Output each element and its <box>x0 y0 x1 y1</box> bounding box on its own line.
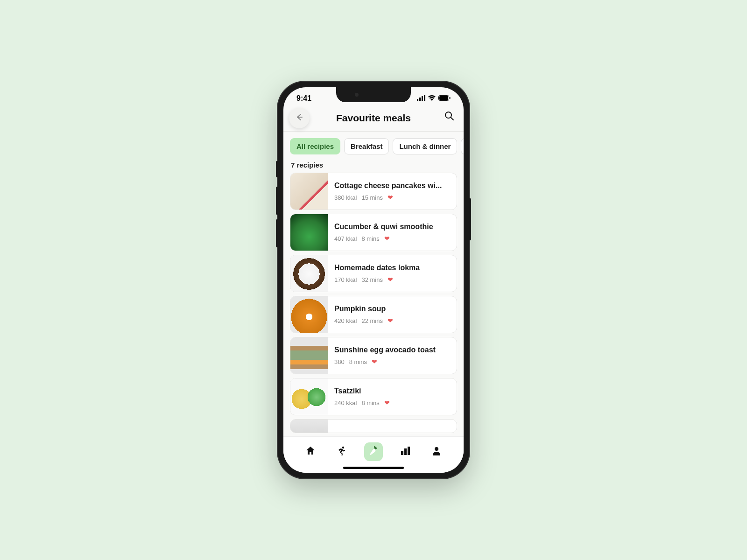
recipe-thumbnail <box>290 378 328 415</box>
recipe-meta: 380 kkal 15 mins ❤ <box>334 194 450 201</box>
svg-rect-2 <box>422 96 423 101</box>
recipe-card[interactable]: Cottage cheese pancakes wi... 380 kkal 1… <box>290 173 457 210</box>
cellular-icon <box>417 94 425 103</box>
recipe-card[interactable] <box>290 419 457 433</box>
svg-rect-1 <box>419 98 421 101</box>
recipe-card[interactable]: Sunshine egg avocado toast 380 8 mins ❤ <box>290 337 457 374</box>
side-button <box>276 161 278 177</box>
status-time: 9:41 <box>296 94 311 103</box>
recipe-title: Homemade dates lokma <box>334 264 450 272</box>
svg-rect-0 <box>417 99 418 101</box>
volume-up-button <box>276 187 278 215</box>
recipe-kcal: 240 kkal <box>334 399 357 406</box>
heart-icon[interactable]: ❤ <box>384 235 390 242</box>
arrow-left-icon <box>295 113 303 123</box>
svg-point-7 <box>445 112 451 118</box>
chart-icon <box>400 446 410 458</box>
recipe-kcal: 407 kkal <box>334 235 357 242</box>
tab-nutrition[interactable] <box>364 442 383 461</box>
page-title: Favourite meals <box>336 112 411 124</box>
recipe-title: Pumpkin soup <box>334 305 450 313</box>
recipe-kcal: 380 kkal <box>334 194 357 201</box>
recipe-kcal: 170 kkal <box>334 276 357 283</box>
recipe-card[interactable]: Pumpkin soup 420 kkal 22 mins ❤ <box>290 296 457 333</box>
svg-rect-10 <box>404 448 407 455</box>
tab-stats[interactable] <box>396 442 415 461</box>
recipe-title: Tsatziki <box>334 387 450 395</box>
filter-chip-breakfast[interactable]: Breakfast <box>344 138 389 154</box>
recipe-card[interactable]: Cucumber & quwi smoothie 407 kkal 8 mins… <box>290 214 457 251</box>
recipe-card[interactable]: Homemade dates lokma 170 kkal 32 mins ❤ <box>290 255 457 292</box>
tab-home[interactable] <box>301 442 320 461</box>
recipe-card[interactable]: Tsatziki 240 kkal 8 mins ❤ <box>290 378 457 415</box>
recipe-meta: 407 kkal 8 mins ❤ <box>334 235 450 242</box>
back-button[interactable] <box>289 108 310 128</box>
tab-activity[interactable] <box>332 442 351 461</box>
notch <box>336 87 411 102</box>
recipe-title: Sunshine egg avocado toast <box>334 346 450 354</box>
power-button <box>469 198 471 240</box>
recipe-time: 8 mins <box>361 235 379 242</box>
filter-chip-snacks[interactable]: Snacks <box>461 138 464 154</box>
person-icon <box>431 446 442 458</box>
heart-icon[interactable]: ❤ <box>372 358 377 365</box>
battery-icon <box>438 94 451 103</box>
heart-icon[interactable]: ❤ <box>384 399 390 406</box>
svg-point-12 <box>435 447 438 451</box>
recipe-thumbnail <box>290 173 328 210</box>
svg-rect-9 <box>401 451 403 455</box>
recipe-thumbnail <box>290 255 328 292</box>
recipe-time: 32 mins <box>361 276 383 283</box>
svg-rect-6 <box>450 97 451 99</box>
screen: 9:41 Favourite meals <box>283 87 464 473</box>
recipe-thumbnail <box>290 214 328 251</box>
recipe-meta: 170 kkal 32 mins ❤ <box>334 276 450 283</box>
filter-row[interactable]: All recipies Breakfast Lunch & dinner Sn… <box>283 132 464 154</box>
status-indicators <box>417 94 451 103</box>
tab-bar <box>283 436 464 473</box>
recipe-meta: 240 kkal 8 mins ❤ <box>334 399 450 406</box>
heart-icon[interactable]: ❤ <box>388 317 393 324</box>
recipe-count: 7 recipies <box>283 154 464 173</box>
recipe-kcal: 420 kkal <box>334 317 357 324</box>
filter-chip-lunch-dinner[interactable]: Lunch & dinner <box>393 138 457 154</box>
home-icon <box>305 446 316 458</box>
recipe-meta: 380 8 mins ❤ <box>334 358 450 365</box>
search-icon <box>444 114 454 122</box>
tab-profile[interactable] <box>427 442 446 461</box>
recipe-time: 15 mins <box>361 194 383 201</box>
heart-icon[interactable]: ❤ <box>388 194 393 201</box>
recipe-time: 8 mins <box>361 399 379 406</box>
volume-down-button <box>276 219 278 247</box>
recipe-thumbnail <box>290 337 328 374</box>
recipe-list[interactable]: Cottage cheese pancakes wi... 380 kkal 1… <box>283 173 464 433</box>
heart-icon[interactable]: ❤ <box>388 276 393 283</box>
recipe-meta: 420 kkal 22 mins ❤ <box>334 317 450 324</box>
recipe-thumbnail <box>290 420 328 433</box>
recipe-kcal: 380 <box>334 358 345 365</box>
recipe-title: Cottage cheese pancakes wi... <box>334 182 450 190</box>
filter-chip-all[interactable]: All recipies <box>290 138 340 154</box>
svg-rect-11 <box>408 447 410 455</box>
carrot-icon <box>368 446 379 458</box>
svg-rect-5 <box>439 96 448 100</box>
search-button[interactable] <box>444 111 454 123</box>
running-icon <box>337 446 347 458</box>
svg-rect-3 <box>424 95 425 101</box>
recipe-time: 8 mins <box>349 358 367 365</box>
recipe-time: 22 mins <box>361 317 383 324</box>
phone-frame: 9:41 Favourite meals <box>278 82 469 478</box>
svg-point-8 <box>342 447 344 448</box>
header: Favourite meals <box>283 110 464 132</box>
recipe-thumbnail <box>290 296 328 333</box>
home-indicator[interactable] <box>343 467 404 469</box>
wifi-icon <box>428 94 436 103</box>
recipe-title: Cucumber & quwi smoothie <box>334 223 450 231</box>
